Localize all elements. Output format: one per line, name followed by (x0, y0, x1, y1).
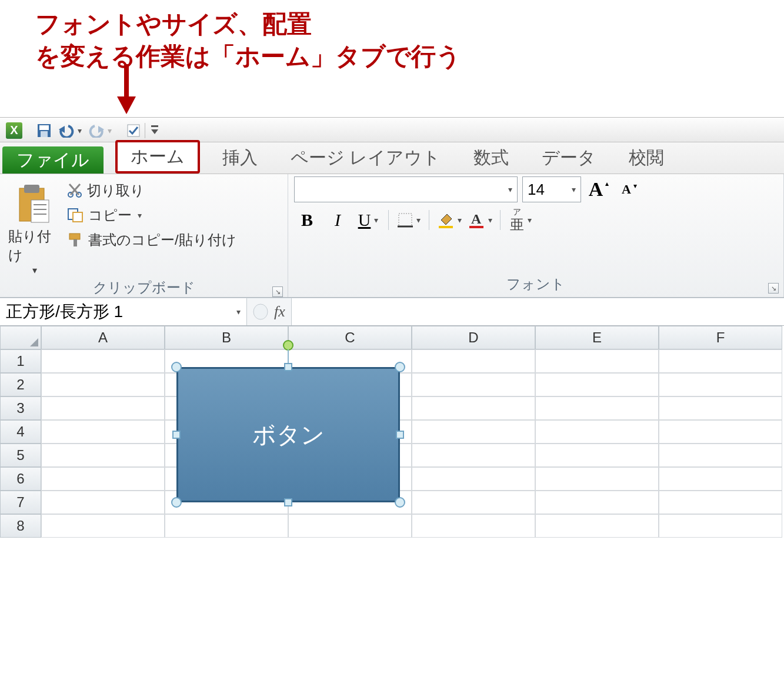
cell[interactable] (288, 514, 412, 538)
font-family-select[interactable]: ▾ (294, 176, 518, 202)
shape-rectangle[interactable]: ボタン (176, 367, 400, 502)
resize-handle-l[interactable] (172, 431, 181, 439)
tab-formulas[interactable]: 数式 (463, 142, 519, 174)
tab-label: 挿入 (222, 148, 258, 167)
cell[interactable] (165, 514, 288, 538)
cell[interactable] (412, 420, 535, 444)
cell[interactable] (41, 514, 165, 538)
resize-handle-b[interactable] (284, 498, 292, 506)
phonetic-guide-button[interactable]: ア 亜 ▾ (508, 207, 533, 233)
cell[interactable] (412, 444, 535, 467)
resize-handle-r[interactable] (396, 431, 404, 439)
chevron-down-icon: ▾ (508, 185, 512, 194)
font-dialog-launcher[interactable]: ↘ (768, 283, 779, 294)
excel-app-icon[interactable]: X (6, 122, 22, 139)
cell[interactable] (535, 491, 659, 514)
column-header[interactable]: E (535, 326, 659, 349)
cell[interactable] (412, 373, 535, 396)
chevron-down-icon: ▾ (528, 215, 532, 225)
qat-checkbox[interactable] (126, 123, 141, 138)
cell[interactable] (535, 396, 659, 420)
font-size-select[interactable]: 14 ▾ (522, 176, 581, 202)
row-header[interactable]: 6 (0, 467, 41, 491)
cell[interactable] (659, 514, 782, 538)
cell[interactable] (659, 467, 782, 491)
fx-icon[interactable]: fx (274, 303, 285, 321)
underline-icon: U (358, 210, 371, 230)
row-header[interactable]: 1 (0, 349, 41, 373)
column-header[interactable]: A (41, 326, 165, 349)
bold-button[interactable]: B (294, 207, 320, 233)
cell[interactable] (659, 396, 782, 420)
tab-data[interactable]: データ (531, 142, 606, 174)
save-icon (36, 123, 52, 138)
save-button[interactable] (35, 122, 53, 139)
ribbon: 貼り付け ▾ 切り取り (0, 174, 784, 298)
redo-button[interactable]: ▾ (86, 122, 113, 139)
format-painter-label: 書式のコピー/貼り付け (88, 231, 236, 249)
border-button[interactable]: ▾ (396, 207, 422, 233)
shape-body[interactable]: ボタン (176, 367, 400, 502)
tab-insert[interactable]: 挿入 (212, 142, 268, 174)
cell[interactable] (535, 373, 659, 396)
italic-button[interactable]: I (325, 207, 351, 233)
cell[interactable] (412, 349, 535, 373)
cell[interactable] (41, 349, 165, 373)
qat-customize[interactable] (149, 123, 161, 138)
cell[interactable] (659, 349, 782, 373)
formula-input[interactable] (291, 298, 784, 325)
underline-button[interactable]: U ▾ (355, 207, 381, 233)
name-box-value: 正方形/長方形 1 (6, 301, 123, 323)
tab-home[interactable]: ホーム (115, 140, 200, 174)
cell[interactable] (535, 349, 659, 373)
chevron-down-icon: ▾ (416, 215, 421, 225)
fill-color-button[interactable]: ▾ (436, 207, 462, 233)
column-header[interactable]: B (165, 326, 288, 349)
column-header[interactable]: C (288, 326, 412, 349)
cell[interactable] (659, 373, 782, 396)
cell[interactable] (41, 491, 165, 514)
cell[interactable] (535, 514, 659, 538)
cell[interactable] (535, 444, 659, 467)
font-color-button[interactable]: A ▾ (467, 207, 493, 233)
resize-handle-t[interactable] (284, 363, 292, 371)
tab-review[interactable]: 校閲 (618, 142, 675, 174)
copy-button[interactable]: コピー ▾ (67, 206, 236, 225)
select-all-corner[interactable] (0, 326, 41, 349)
name-box[interactable]: 正方形/長方形 1 ▾ (0, 298, 247, 325)
cell[interactable] (659, 491, 782, 514)
cell[interactable] (412, 491, 535, 514)
cut-button[interactable]: 切り取り (67, 181, 236, 200)
cell[interactable] (41, 396, 165, 420)
quick-access-toolbar: X ▾ ▾ (0, 118, 784, 142)
grow-font-button[interactable]: A ▴ (586, 176, 612, 202)
row-header[interactable]: 8 (0, 514, 41, 538)
cell[interactable] (412, 514, 535, 538)
shrink-font-button[interactable]: A ▾ (616, 176, 642, 202)
group-title-font: フォント ↘ (288, 272, 783, 297)
cell[interactable] (659, 444, 782, 467)
row-header[interactable]: 5 (0, 444, 41, 467)
clipboard-dialog-launcher[interactable]: ↘ (272, 286, 283, 297)
paste-button[interactable]: 貼り付け ▾ (8, 179, 61, 276)
column-header[interactable]: F (659, 326, 782, 349)
row-header[interactable]: 7 (0, 491, 41, 514)
cell[interactable] (41, 420, 165, 444)
cell[interactable] (535, 420, 659, 444)
row-header[interactable]: 3 (0, 396, 41, 420)
cell[interactable] (535, 467, 659, 491)
tab-file[interactable]: ファイル (2, 146, 104, 174)
cell[interactable] (41, 467, 165, 491)
cell[interactable] (412, 396, 535, 420)
tab-page-layout[interactable]: ページ レイアウト (280, 142, 451, 174)
expand-formula-icon[interactable] (253, 303, 268, 321)
undo-button[interactable]: ▾ (56, 122, 83, 139)
row-header[interactable]: 2 (0, 373, 41, 396)
cell[interactable] (41, 373, 165, 396)
column-header[interactable]: D (412, 326, 535, 349)
cell[interactable] (659, 420, 782, 444)
format-painter-button[interactable]: 書式のコピー/貼り付け (67, 231, 236, 249)
row-header[interactable]: 4 (0, 420, 41, 444)
cell[interactable] (41, 444, 165, 467)
cell[interactable] (412, 467, 535, 491)
